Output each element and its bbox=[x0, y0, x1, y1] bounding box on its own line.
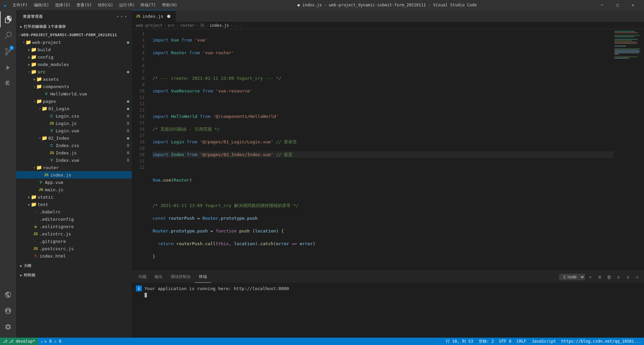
indentation-button[interactable]: 空格: 2 bbox=[476, 338, 497, 345]
source-control-activity-icon[interactable]: 6 bbox=[0, 44, 16, 60]
node-modules-arrow: ▶ bbox=[28, 63, 30, 66]
breadcrumb-js[interactable]: JS bbox=[200, 23, 204, 28]
panel-tab-problems[interactable]: 问题 bbox=[135, 271, 151, 283]
project-root[interactable]: ▾ WEB-PROJECT_DYNAMIC-SUBMIT-FORM_202101… bbox=[16, 31, 132, 39]
remote-activity-icon[interactable] bbox=[0, 287, 16, 303]
panel-tab-debug-console[interactable]: 调试控制台 bbox=[167, 271, 195, 283]
config-folder-icon: 📁 bbox=[31, 54, 36, 60]
source-control-badge: 6 bbox=[9, 46, 14, 50]
cursor-position-button[interactable]: 行 10, 列 53 bbox=[443, 338, 476, 345]
file-editorconfig[interactable]: · .editorconfig bbox=[16, 215, 132, 223]
feedback-link[interactable]: https://blog.csdn.net/qq_18501... bbox=[559, 338, 644, 345]
code-editor[interactable]: 12345 678910 1112131415 1617181920 2122 … bbox=[132, 29, 644, 271]
editor-tab-index-js[interactable]: JS index.js ● bbox=[132, 10, 176, 22]
eslintrc-label: .eslintrc.js bbox=[40, 231, 129, 236]
file-router-index-js[interactable]: JS index.js bbox=[16, 171, 132, 179]
tab-js-icon: JS bbox=[136, 14, 140, 18]
file-login-vue[interactable]: V Login.vue U bbox=[16, 127, 132, 134]
folder-components[interactable]: ▾ 📁 components bbox=[16, 83, 132, 90]
file-eslintrc-js[interactable]: JS .eslintrc.js bbox=[16, 230, 132, 237]
login-css-badge: U bbox=[127, 114, 129, 118]
maximize-button[interactable]: □ bbox=[610, 0, 625, 10]
folder-pages[interactable]: ▾ 📁 pages ● bbox=[16, 97, 132, 105]
file-main-js[interactable]: JS main.js bbox=[16, 186, 132, 193]
code-content: import Vue from 'vue' import Router from… bbox=[149, 29, 614, 271]
panel-collapse-down-button[interactable]: ∨ bbox=[624, 273, 632, 281]
folder-assets[interactable]: ▶ 📁 assets bbox=[16, 75, 132, 83]
settings-activity-icon[interactable] bbox=[0, 319, 16, 335]
file-app-vue[interactable]: V App.vue bbox=[16, 179, 132, 186]
terminal-selector[interactable]: 1: node bbox=[559, 274, 585, 280]
folder-config[interactable]: ▶ 📁 config bbox=[16, 53, 132, 61]
folder-node-modules[interactable]: ▶ 📁 node_modules bbox=[16, 61, 132, 68]
menu-help[interactable]: 帮助(H) bbox=[159, 2, 180, 9]
file-login-css[interactable]: C Login.css U bbox=[16, 112, 132, 120]
errors-warnings-button[interactable]: ⚠ ↻ 0 ⚠ 0 bbox=[38, 338, 64, 345]
eslintignore-icon: ◉ bbox=[33, 224, 38, 229]
file-login-js[interactable]: JS Login.js U bbox=[16, 120, 132, 127]
line-ending-button[interactable]: CRLF bbox=[514, 338, 529, 345]
menu-goto[interactable]: 转到(G) bbox=[95, 2, 116, 9]
folder-build[interactable]: ▶ 📁 build bbox=[16, 46, 132, 53]
breadcrumb-router[interactable]: router bbox=[180, 23, 195, 28]
panel-collapse-up-button[interactable]: ∧ bbox=[614, 273, 623, 281]
run-activity-icon[interactable] bbox=[0, 60, 16, 76]
build-arrow: ▶ bbox=[28, 48, 30, 52]
terminal-content[interactable]: i Your application is running here: http… bbox=[132, 283, 644, 338]
folder-02-index[interactable]: ▾ 📁 02_Index ● bbox=[16, 134, 132, 142]
file-eslintignore[interactable]: ◉ .eslintignore bbox=[16, 223, 132, 230]
panel-delete-button[interactable]: 🗑 bbox=[605, 273, 613, 281]
minimize-button[interactable]: ─ bbox=[594, 0, 610, 10]
breadcrumb-web-project[interactable]: web-project bbox=[136, 23, 162, 28]
eslintignore-label: .eslintignore bbox=[40, 224, 129, 229]
menu-terminal[interactable]: 终端(T) bbox=[138, 2, 159, 9]
folder-test[interactable]: ▶ 📁 test bbox=[16, 201, 132, 208]
open-editors-section[interactable]: ▶ 打开的编辑器 1个未保存 bbox=[16, 22, 132, 31]
menu-file[interactable]: 文件(F) bbox=[10, 2, 31, 9]
file-index-html[interactable]: H index.html bbox=[16, 252, 132, 260]
search-activity-icon[interactable] bbox=[0, 27, 16, 44]
file-index-js[interactable]: JS Index.js U bbox=[16, 149, 132, 156]
panel-tab-output[interactable]: 输出 bbox=[151, 271, 167, 283]
index-html-label: index.html bbox=[40, 254, 129, 259]
account-activity-icon[interactable] bbox=[0, 303, 16, 319]
project-root-label: WEB-PROJECT_DYNAMIC-SUBMIT-FORM_20210111 bbox=[21, 33, 129, 37]
src-badge: ● bbox=[127, 70, 129, 74]
explorer-activity-icon[interactable] bbox=[0, 11, 16, 27]
outline-section[interactable]: ▶ 大纲 bbox=[16, 261, 132, 270]
folder-src[interactable]: ▾ 📁 src ● bbox=[16, 68, 132, 75]
menu-view[interactable]: 查看(V) bbox=[74, 2, 95, 9]
login-js-icon: JS bbox=[49, 121, 54, 126]
tab-close-button[interactable]: ● bbox=[166, 13, 171, 19]
file-index-vue[interactable]: V Index.vue U bbox=[16, 156, 132, 164]
activity-bar: 6 bbox=[0, 10, 16, 338]
git-branch-button[interactable]: ⎇ ⎇ develop* bbox=[0, 338, 38, 345]
panel-add-button[interactable]: + bbox=[586, 273, 594, 281]
breadcrumb-indexjs[interactable]: index.js bbox=[210, 23, 229, 28]
timeline-section[interactable]: ▶ 时间线 bbox=[16, 270, 132, 280]
menu-edit[interactable]: 编辑(E) bbox=[31, 2, 52, 9]
file-babelrc[interactable]: · .babelrc bbox=[16, 208, 132, 215]
folder-01-login[interactable]: ▾ 📁 01_Login ● bbox=[16, 105, 132, 112]
folder-web-project[interactable]: ▾ 📁 web-project ● bbox=[16, 39, 132, 46]
sidebar-menu-button[interactable]: ··· bbox=[116, 13, 128, 20]
file-postcssrc-js[interactable]: JS .postcssrc.js bbox=[16, 245, 132, 252]
extensions-activity-icon[interactable] bbox=[0, 76, 16, 92]
panel-close-button[interactable]: ✕ bbox=[633, 273, 641, 281]
menu-select[interactable]: 选择(S) bbox=[52, 2, 73, 9]
file-gitignore[interactable]: · .gitignore bbox=[16, 237, 132, 245]
file-index-css[interactable]: C Index.css U bbox=[16, 142, 132, 149]
language-button[interactable]: JavaScript bbox=[529, 338, 558, 345]
web-project-label: web-project bbox=[32, 40, 125, 45]
menu-run[interactable]: 运行(R) bbox=[116, 2, 137, 9]
encoding-button[interactable]: UTF 8 bbox=[496, 338, 514, 345]
router-label: router bbox=[43, 165, 129, 170]
panel-split-button[interactable]: ⊞ bbox=[596, 273, 604, 281]
breadcrumb-more[interactable]: ... bbox=[234, 23, 241, 28]
close-button[interactable]: ✕ bbox=[625, 0, 641, 10]
breadcrumb-src[interactable]: src bbox=[168, 23, 175, 28]
folder-router[interactable]: ▾ 📁 router bbox=[16, 164, 132, 171]
panel-tab-terminal[interactable]: 终端 bbox=[195, 271, 211, 283]
folder-static[interactable]: ▶ 📁 static bbox=[16, 193, 132, 201]
file-helloworld-vue[interactable]: V HelloWorld.vue bbox=[16, 90, 132, 97]
